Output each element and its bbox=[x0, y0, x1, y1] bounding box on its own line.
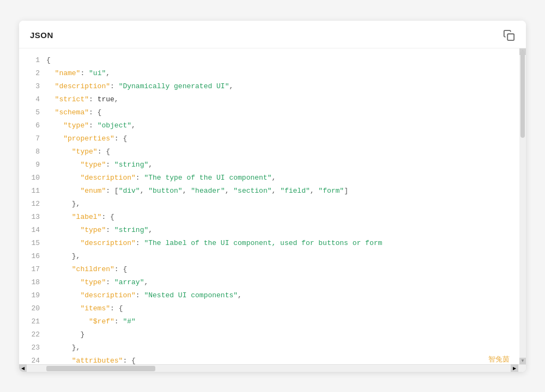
svg-rect-0 bbox=[507, 34, 514, 40]
code-line: "description": "The label of the UI comp… bbox=[46, 237, 526, 250]
code-line: } bbox=[46, 328, 526, 341]
vertical-scrollbar[interactable]: ▲ ▼ bbox=[519, 48, 526, 364]
code-line: "attributes": { bbox=[46, 354, 526, 364]
line-number: 14 bbox=[26, 224, 40, 237]
scroll-down-arrow[interactable]: ▼ bbox=[519, 358, 526, 364]
code-line: "schema": { bbox=[46, 106, 526, 119]
code-line: }, bbox=[46, 341, 526, 354]
h-scroll-thumb[interactable] bbox=[46, 366, 155, 371]
code-line: "items": { bbox=[46, 302, 526, 315]
line-number: 7 bbox=[26, 132, 40, 145]
line-number: 10 bbox=[26, 171, 40, 185]
code-line: "label": { bbox=[46, 211, 526, 224]
json-viewer: JSON 12345678910111213141516171819202122… bbox=[19, 21, 526, 372]
code-line: "$ref": "#" bbox=[46, 315, 526, 328]
line-number: 9 bbox=[26, 158, 40, 171]
copy-icon[interactable] bbox=[503, 29, 515, 41]
scroll-right-arrow[interactable]: ▶ bbox=[511, 364, 518, 372]
code-line: "name": "ui", bbox=[46, 67, 526, 80]
horizontal-scrollbar[interactable]: ◀ ▶ bbox=[19, 364, 526, 372]
line-number: 12 bbox=[26, 198, 40, 211]
code-content: { "name": "ui", "description": "Dynamica… bbox=[46, 48, 526, 364]
line-number: 15 bbox=[26, 237, 40, 250]
line-number: 3 bbox=[26, 80, 40, 93]
code-line: "children": { bbox=[46, 263, 526, 276]
viewer-title: JSON bbox=[30, 30, 53, 40]
code-line: "properties": { bbox=[46, 132, 526, 145]
line-number: 5 bbox=[26, 106, 40, 119]
line-number: 24 bbox=[26, 354, 40, 364]
line-number: 22 bbox=[26, 328, 40, 341]
viewer-header: JSON bbox=[19, 21, 526, 48]
code-line: "type": { bbox=[46, 145, 526, 158]
scroll-left-arrow[interactable]: ◀ bbox=[19, 364, 27, 372]
code-area: 1234567891011121314151617181920212223242… bbox=[19, 48, 526, 364]
line-number: 2 bbox=[26, 67, 40, 80]
line-number: 18 bbox=[26, 276, 40, 289]
code-line: { bbox=[46, 54, 526, 67]
code-line: "description": "The type of the UI compo… bbox=[46, 171, 526, 185]
line-number: 19 bbox=[26, 289, 40, 302]
code-line: "description": "Dynamically generated UI… bbox=[46, 80, 526, 93]
line-number: 8 bbox=[26, 145, 40, 158]
line-numbers: 1234567891011121314151617181920212223242… bbox=[19, 48, 46, 364]
code-line: }, bbox=[46, 250, 526, 263]
code-line: "enum": ["div", "button", "header", "sec… bbox=[46, 185, 526, 198]
code-line: "type": "object", bbox=[46, 119, 526, 132]
line-number: 1 bbox=[26, 54, 40, 67]
code-line: "type": "string", bbox=[46, 224, 526, 237]
line-number: 13 bbox=[26, 211, 40, 224]
code-line: "type": "string", bbox=[46, 158, 526, 171]
code-line: "strict": true, bbox=[46, 93, 526, 106]
line-number: 4 bbox=[26, 93, 40, 106]
line-number: 6 bbox=[26, 119, 40, 132]
code-line: "type": "array", bbox=[46, 276, 526, 289]
code-line: }, bbox=[46, 198, 526, 211]
line-number: 11 bbox=[26, 185, 40, 198]
line-number: 17 bbox=[26, 263, 40, 276]
code-line: "description": "Nested UI components", bbox=[46, 289, 526, 302]
scroll-thumb[interactable] bbox=[520, 51, 525, 138]
line-number: 21 bbox=[26, 315, 40, 328]
watermark: 智兔茵 bbox=[488, 354, 510, 364]
line-number: 20 bbox=[26, 302, 40, 315]
line-number: 23 bbox=[26, 341, 40, 354]
line-number: 16 bbox=[26, 250, 40, 263]
